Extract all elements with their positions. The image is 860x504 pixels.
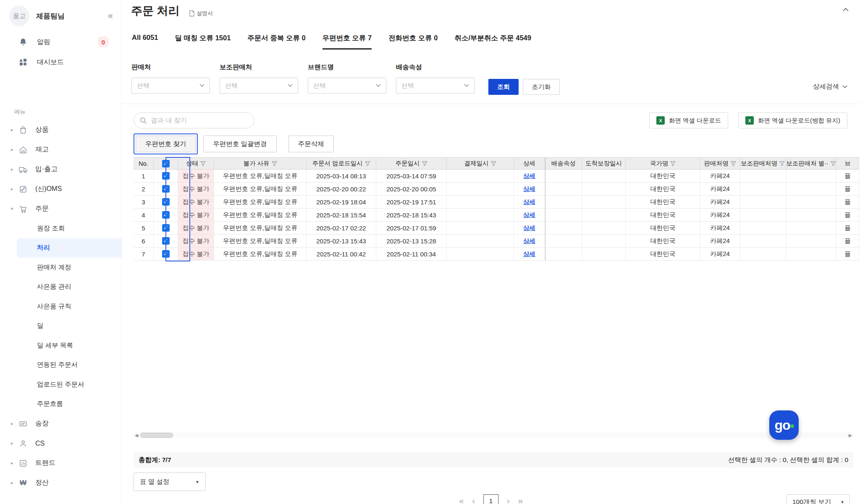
column-header-detail[interactable]: 상세 — [514, 158, 545, 169]
manual-link[interactable]: 설명서 — [189, 10, 213, 17]
filter-funnel-icon[interactable] — [491, 161, 496, 166]
tab-1[interactable]: 딜 매칭 오류 1501 — [175, 34, 231, 50]
detail-link[interactable]: 상세 — [523, 198, 535, 206]
column-settings-dropdown[interactable]: 표 열 설정 ▼ — [134, 473, 206, 491]
detail-link[interactable]: 상세 — [523, 185, 535, 193]
sidebar-subitem-8[interactable]: 업로드된 주문서 — [0, 375, 121, 394]
row-checkbox[interactable]: ✓ — [162, 185, 170, 193]
sidebar-subitem-7[interactable]: 연동된 주문서 — [0, 355, 121, 375]
column-header-checked[interactable]: ✓ — [154, 158, 178, 169]
avatar[interactable]: 품고 — [9, 6, 29, 26]
column-header-sub_seller[interactable]: 보조판매처명 — [740, 158, 786, 169]
detail-link[interactable]: 상세 — [523, 250, 535, 258]
sidebar-item-oms[interactable]: ▸ (신)OMS — [0, 179, 121, 199]
sidebar-subitem-0[interactable]: 원장 조회 — [0, 219, 121, 238]
delete-order-button[interactable]: 주문삭제 — [288, 136, 334, 152]
find-zipcode-button[interactable]: 우편번호 찾기 — [136, 136, 196, 152]
select-all-checkbox[interactable]: ✓ — [162, 160, 170, 167]
row-checkbox[interactable]: ✓ — [162, 237, 170, 245]
filter-funnel-icon[interactable] — [200, 161, 206, 166]
tab-5[interactable]: 취소/부분취소 주문 4549 — [455, 34, 531, 50]
filter-select-delivery-attr[interactable]: 선택 — [396, 78, 475, 94]
cell-sub_seller — [740, 170, 786, 182]
detail-link[interactable]: 상세 — [523, 211, 535, 219]
bulk-change-zipcode-button[interactable]: 우편번호 일괄변경 — [203, 136, 276, 152]
column-header-arrival_at[interactable]: 도착보장일시 — [582, 158, 626, 169]
sidebar-item-cs[interactable]: ▸ CS — [0, 433, 121, 453]
sidebar-item-products[interactable]: ▸ 상품 — [0, 120, 121, 140]
excel-download-merge-button[interactable]: x 화면 엑셀 다운로드(병합 유지) — [738, 112, 847, 128]
next-page-icon[interactable]: › — [507, 496, 510, 504]
page-number-input[interactable] — [483, 494, 498, 504]
column-header-brand[interactable]: 브 — [836, 158, 859, 169]
sidebar-item-settle[interactable]: ▸ ₩ 정산 — [0, 473, 121, 493]
page-size-dropdown[interactable]: 100개씩 보기 ▼ — [786, 494, 850, 504]
reset-button[interactable]: 초기화 — [523, 79, 560, 95]
row-checkbox[interactable]: ✓ — [162, 224, 170, 232]
scrollbar-thumb[interactable] — [140, 433, 173, 438]
horizontal-scrollbar[interactable]: ◀ ▶ — [134, 432, 853, 438]
detail-link[interactable]: 상세 — [523, 172, 535, 180]
sidebar-collapse-icon[interactable]: « — [108, 11, 113, 21]
truck-icon — [18, 165, 28, 174]
sidebar-item-invoice[interactable]: ▸ 송장 — [0, 414, 121, 433]
first-page-icon[interactable]: « — [459, 496, 464, 504]
sidebar-subitem-3[interactable]: 사은품 관리 — [0, 277, 121, 297]
scroll-right-icon[interactable]: ▶ — [847, 433, 853, 438]
sidebar-subitem-6[interactable]: 딜 세부 목록 — [0, 336, 121, 355]
row-checkbox[interactable]: ✓ — [162, 172, 170, 180]
tab-2[interactable]: 주문서 중복 오류 0 — [247, 34, 305, 50]
last-page-icon[interactable]: » — [518, 496, 523, 504]
row-checkbox[interactable]: ✓ — [162, 211, 170, 219]
sidebar-item-alarm[interactable]: 알림 0 — [0, 32, 121, 52]
search-button[interactable]: 조회 — [488, 79, 519, 95]
sidebar-subitem-5[interactable]: 딜 — [0, 316, 121, 336]
filter-funnel-icon[interactable] — [272, 161, 277, 166]
sidebar-item-dashboard[interactable]: 대시보드 — [0, 52, 121, 72]
sidebar-item-trend[interactable]: ▸ 트렌드 — [0, 453, 121, 473]
column-header-sub_seller_alias[interactable]: 보조판매처 별·· — [786, 158, 836, 169]
column-header-ordered_at[interactable]: 주문일시 — [376, 158, 447, 169]
filter-select-brand[interactable]: 선택 — [308, 78, 386, 94]
chevron-up-icon[interactable] — [842, 8, 849, 12]
filter-funnel-icon[interactable] — [731, 161, 736, 166]
column-header-paid_at[interactable]: 결제일시 — [447, 158, 514, 169]
sidebar-subitem-4[interactable]: 사은품 규칙 — [0, 297, 121, 316]
sidebar-subitem-2[interactable]: 판매처 계정 — [0, 258, 121, 277]
sidebar-subitem-9[interactable]: 주문흐름 — [0, 394, 121, 414]
column-header-status[interactable]: 상태 — [178, 158, 214, 169]
filter-funnel-icon[interactable] — [831, 161, 836, 166]
excel-download-button[interactable]: x 화면 엑셀 다운로드 — [649, 112, 728, 128]
column-header-seller[interactable]: 판매처명 — [700, 158, 740, 169]
advanced-search-toggle[interactable]: 상세검색 — [813, 82, 847, 91]
prev-page-icon[interactable]: ‹ — [472, 496, 475, 504]
sidebar-item-stock[interactable]: ▸ 재고 — [0, 140, 121, 159]
cell-paid_at — [447, 209, 514, 221]
cell-sub_seller — [740, 196, 786, 208]
row-checkbox[interactable]: ✓ — [162, 198, 170, 206]
detail-link[interactable]: 상세 — [523, 224, 535, 232]
tab-4[interactable]: 전화번호 오류 0 — [388, 34, 438, 50]
column-header-country[interactable]: 국가명 — [626, 158, 700, 169]
go-floating-button[interactable]: go — [769, 410, 799, 440]
detail-link[interactable]: 상세 — [523, 237, 535, 245]
column-header-reason[interactable]: 불가 사유 — [214, 158, 307, 169]
search-input[interactable] — [151, 117, 243, 124]
row-checkbox[interactable]: ✓ — [162, 250, 170, 258]
tab-0[interactable]: All 6051 — [132, 34, 158, 50]
filter-funnel-icon[interactable] — [422, 161, 427, 166]
filter-select-seller[interactable]: 선택 — [131, 78, 210, 94]
column-header-delivery_attr[interactable]: 배송속성 — [545, 158, 582, 169]
sidebar-item-inout[interactable]: ▸ 입·출고 — [0, 159, 121, 179]
filter-funnel-icon[interactable] — [779, 161, 785, 166]
sidebar-subitem-1[interactable]: 처리 — [17, 238, 121, 258]
tab-3[interactable]: 우편번호 오류 7 — [322, 34, 372, 50]
filter-funnel-icon[interactable] — [365, 161, 370, 166]
result-search-box[interactable] — [134, 112, 254, 128]
column-header-uploaded_at[interactable]: 주문서 업로드일시 — [307, 158, 376, 169]
filter-select-sub-seller[interactable]: 선택 — [220, 78, 298, 94]
scroll-left-icon[interactable]: ◀ — [134, 433, 139, 438]
sidebar-item-order[interactable]: ▾ 주문 — [0, 199, 121, 219]
column-header-no[interactable]: No. — [134, 158, 154, 169]
filter-funnel-icon[interactable] — [670, 161, 676, 166]
